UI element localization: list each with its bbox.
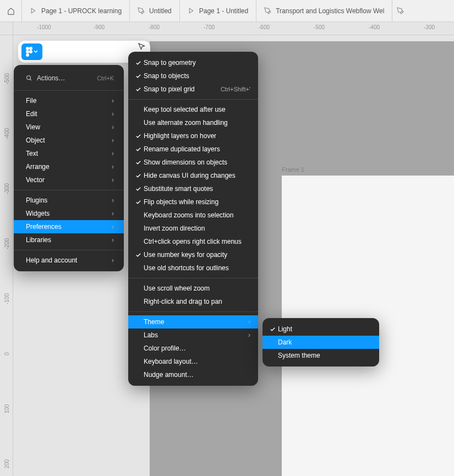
ruler-tick: -1000 xyxy=(37,24,51,30)
pref-item-color-profile-[interactable]: Color profile… xyxy=(128,342,258,355)
move-tool-indicator[interactable] xyxy=(137,42,147,52)
pref-item-highlight-layers-on-hover[interactable]: Highlight layers on hover xyxy=(128,129,258,143)
pref-item-hide-canvas-ui-during-changes[interactable]: Hide canvas UI during changes xyxy=(128,169,258,182)
menu-item-preferences[interactable]: Preferences› xyxy=(14,220,124,233)
pref-item-labs[interactable]: Labs› xyxy=(128,329,258,342)
pref-item-keyboard-zooms-into-selection[interactable]: Keyboard zooms into selection xyxy=(128,209,258,222)
ruler-tick: -700 xyxy=(204,24,215,30)
actions-search[interactable]: Actions… Ctrl+K xyxy=(14,69,124,87)
pref-item-snap-to-pixel-grid[interactable]: Snap to pixel gridCtrl+Shift+' xyxy=(128,83,258,96)
ruler-tick: -400 xyxy=(3,128,9,139)
tab-3[interactable]: Transport and Logistics Webflow Wel xyxy=(256,0,392,21)
check-icon xyxy=(133,146,144,152)
ruler-vertical: -500-400-300-200-1000100200 xyxy=(0,35,13,476)
menu-item-label: Light xyxy=(278,325,371,333)
pref-item-right-click-and-drag-to-pan[interactable]: Right-click and drag to pan xyxy=(128,295,258,308)
pref-item-flip-objects-while-resizing[interactable]: Flip objects while resizing xyxy=(128,195,258,209)
pref-item-use-alternate-zoom-handling[interactable]: Use alternate zoom handling xyxy=(128,116,258,129)
pref-item-use-number-keys-for-opacity[interactable]: Use number keys for opacity xyxy=(128,248,258,261)
ruler-tick: -800 xyxy=(149,24,160,30)
main-menu-button[interactable] xyxy=(21,43,42,60)
tab-overflow[interactable] xyxy=(392,0,408,21)
pref-item-keyboard-layout-[interactable]: Keyboard layout… xyxy=(128,355,258,368)
menu-item-label: Theme xyxy=(144,318,248,326)
svg-marker-1 xyxy=(189,8,193,13)
menu-item-label: Snap to pixel grid xyxy=(144,85,221,93)
pref-item-ctrl-click-opens-right-click-menus[interactable]: Ctrl+click opens right click menus xyxy=(128,235,258,248)
chevron-right-icon: › xyxy=(112,256,114,264)
menu-item-label: Color profile… xyxy=(144,344,250,352)
menu-item-vector[interactable]: Vector› xyxy=(14,173,124,187)
svg-line-8 xyxy=(30,79,32,81)
ruler-tick: 100 xyxy=(3,404,9,414)
tab-0[interactable]: Page 1 - UPROCK learning xyxy=(22,0,130,21)
theme-item-dark[interactable]: Dark xyxy=(262,336,379,349)
pref-item-show-dimensions-on-objects[interactable]: Show dimensions on objects xyxy=(128,156,258,169)
svg-point-3 xyxy=(29,47,32,50)
ruler-tick: -600 xyxy=(259,24,270,30)
menu-item-label: Snap to geometry xyxy=(144,59,250,67)
menu-item-text[interactable]: Text› xyxy=(14,147,124,160)
chevron-right-icon: › xyxy=(112,97,114,105)
tab-2[interactable]: Page 1 - Untitled xyxy=(180,0,256,21)
menu-item-label: Rename duplicated layers xyxy=(144,145,250,153)
tab-1[interactable]: Untitled xyxy=(130,0,180,21)
pref-item-rename-duplicated-layers[interactable]: Rename duplicated layers xyxy=(128,143,258,156)
pref-item-substitute-smart-quotes[interactable]: Substitute smart quotes xyxy=(128,182,258,195)
tab-label: Page 1 - UPROCK learning xyxy=(41,7,122,15)
check-icon xyxy=(133,86,144,92)
chevron-right-icon: › xyxy=(112,176,114,184)
pref-item-theme[interactable]: Theme› xyxy=(128,315,258,329)
menu-item-label: Keep tool selected after use xyxy=(144,106,250,113)
ruler-tick: -400 xyxy=(369,24,380,30)
menu-item-label: Hide canvas UI during changes xyxy=(144,172,250,179)
pref-item-use-old-shortcuts-for-outlines[interactable]: Use old shortcuts for outlines xyxy=(128,261,258,275)
menu-item-edit[interactable]: Edit› xyxy=(14,107,124,121)
svg-marker-0 xyxy=(31,8,35,13)
chevron-right-icon: › xyxy=(112,110,114,118)
theme-item-light[interactable]: Light xyxy=(262,322,379,336)
menu-item-label: Highlight layers on hover xyxy=(144,132,250,140)
ruler-tick: -200 xyxy=(3,238,9,249)
menu-item-widgets[interactable]: Widgets› xyxy=(14,207,124,220)
ruler-corner xyxy=(0,22,13,35)
menu-divider xyxy=(14,250,124,250)
theme-item-system-theme[interactable]: System theme xyxy=(262,349,379,362)
pref-item-snap-to-objects[interactable]: Snap to objects xyxy=(128,69,258,83)
pref-item-keep-tool-selected-after-use[interactable]: Keep tool selected after use xyxy=(128,103,258,116)
menu-item-libraries[interactable]: Libraries› xyxy=(14,233,124,247)
pref-item-invert-zoom-direction[interactable]: Invert zoom direction xyxy=(128,222,258,235)
menu-item-label: System theme xyxy=(278,352,371,359)
menu-item-label: Plugins xyxy=(26,196,112,204)
pref-item-snap-to-geometry[interactable]: Snap to geometry xyxy=(128,56,258,69)
pref-item-nudge-amount-[interactable]: Nudge amount… xyxy=(128,368,258,381)
play-icon xyxy=(188,7,195,14)
home-tab[interactable] xyxy=(0,0,22,21)
menu-item-file[interactable]: File› xyxy=(14,94,124,107)
actions-label: Actions… xyxy=(37,74,92,82)
menu-item-label: Show dimensions on objects xyxy=(144,158,250,166)
menu-item-object[interactable]: Object› xyxy=(14,134,124,147)
check-icon xyxy=(133,252,144,258)
pref-item-use-scroll-wheel-zoom[interactable]: Use scroll wheel zoom xyxy=(128,282,258,295)
ruler-tick: 200 xyxy=(3,459,9,469)
check-icon xyxy=(133,60,144,66)
menu-item-help-and-account[interactable]: Help and account› xyxy=(14,254,124,267)
menu-item-arrange[interactable]: Arrange› xyxy=(14,160,124,173)
chevron-right-icon: › xyxy=(248,331,250,339)
menu-item-view[interactable]: View› xyxy=(14,121,124,134)
theme-menu: LightDarkSystem theme xyxy=(262,318,379,366)
ruler-tick: -300 xyxy=(424,24,435,30)
svg-point-2 xyxy=(26,47,29,50)
menu-item-label: Widgets xyxy=(26,210,112,217)
svg-point-6 xyxy=(26,53,29,57)
menu-item-label: Keyboard zooms into selection xyxy=(144,211,250,219)
menu-item-label: Use scroll wheel zoom xyxy=(144,284,250,292)
frame-label[interactable]: Frame 1 xyxy=(282,166,304,173)
chevron-right-icon: › xyxy=(112,196,114,204)
chevron-down-icon xyxy=(34,50,38,53)
menu-item-plugins[interactable]: Plugins› xyxy=(14,194,124,207)
pen-icon xyxy=(397,7,404,14)
ruler-horizontal: -1000-900-800-700-600-500-400-300-200 xyxy=(13,22,454,35)
ruler-tick: 0 xyxy=(3,352,9,355)
